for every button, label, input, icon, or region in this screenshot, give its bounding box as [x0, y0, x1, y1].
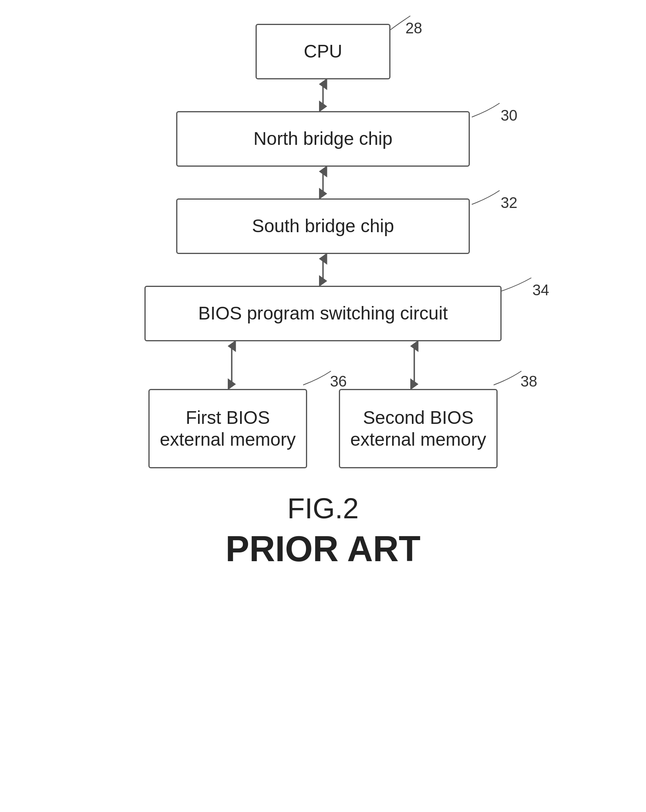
north-bridge-block: North bridge chip — [176, 111, 470, 167]
ref-28-curve — [386, 12, 434, 32]
ref-30-curve — [468, 99, 527, 119]
arrow-north-south — [311, 167, 335, 198]
ref-38-curve — [490, 367, 545, 387]
prior-art-label: PRIOR ART — [225, 529, 421, 570]
north-bridge-label: North bridge chip — [254, 128, 392, 150]
first-bios-label: First BIOS external memory — [160, 407, 296, 450]
ref-36-curve — [299, 367, 355, 387]
figure-caption: FIG.2 PRIOR ART — [225, 492, 421, 570]
arrow-south-bios — [311, 254, 335, 286]
fig-label: FIG.2 — [225, 492, 421, 525]
second-bios-label: Second BIOS external memory — [350, 407, 486, 450]
first-bios-block: First BIOS external memory — [148, 389, 307, 468]
bottom-memory-row: 36 First BIOS external memory 38 Second … — [148, 389, 498, 468]
ref-32-curve — [468, 187, 527, 206]
cpu-block: CPU — [256, 24, 390, 79]
cpu-label: CPU — [304, 40, 342, 62]
diagram-container: 28 CPU 30 North bridge chip — [0, 0, 646, 812]
south-bridge-block: South bridge chip — [176, 198, 470, 254]
bios-switch-block: BIOS program switching circuit — [144, 286, 502, 341]
bios-switch-label: BIOS program switching circuit — [198, 302, 448, 324]
second-bios-block: Second BIOS external memory — [339, 389, 498, 468]
arrow-cpu-north — [311, 79, 335, 111]
ref-34-curve — [496, 274, 559, 294]
south-bridge-label: South bridge chip — [252, 215, 394, 237]
